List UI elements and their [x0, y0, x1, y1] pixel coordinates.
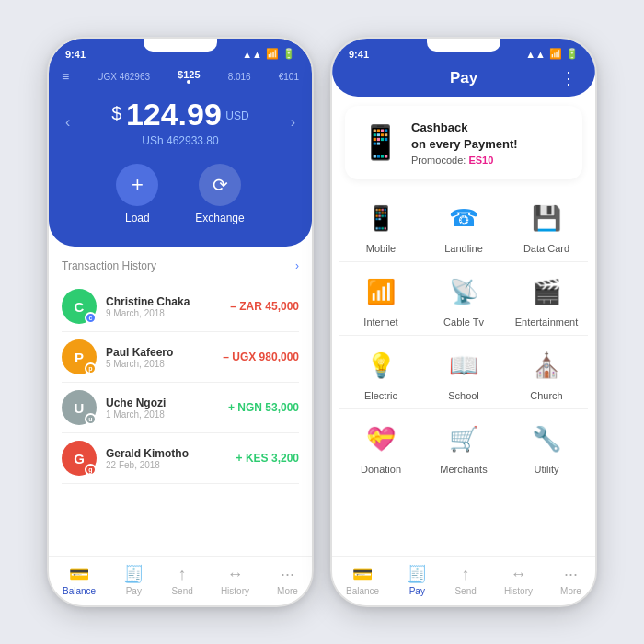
table-row[interactable]: G g Gerald Kimotho 22 Feb, 2018 + KES 3,…	[62, 433, 299, 484]
nav-balance[interactable]: 💳 Balance	[63, 564, 96, 596]
mobile-label: Mobile	[366, 243, 396, 254]
utility-icon: 🔧	[526, 419, 567, 459]
page-title: Pay	[450, 69, 477, 87]
category-grid-wrapper: 📱 Mobile ☎ Landline 💾 Data Card 📶 Intern…	[332, 189, 595, 556]
pay-title-bar: Pay ⋮	[332, 63, 595, 97]
utility-label: Utility	[535, 464, 559, 475]
table-row[interactable]: P p Paul Kafeero 5 March, 2018 – UGX 980…	[62, 332, 299, 383]
currency-symbol: $	[111, 103, 121, 123]
category-landline[interactable]: ☎ Landline	[422, 189, 505, 261]
balance-nav-icon: 💳	[69, 564, 89, 584]
landline-icon: ☎	[443, 198, 484, 238]
church-icon: ⛪	[526, 345, 567, 385]
txn-name: Gerald Kimotho	[106, 447, 227, 460]
category-school[interactable]: 📖 School	[422, 336, 505, 408]
category-merchants[interactable]: 🛒 Merchants	[422, 409, 505, 482]
category-datacard[interactable]: 💾 Data Card	[505, 189, 588, 261]
balance-header: 9:41 ▲▲ 📶 🔋 ≡ UGX 462963 $125 8.016 €	[49, 39, 312, 247]
category-utility[interactable]: 🔧 Utility	[505, 409, 588, 482]
load-icon: +	[116, 164, 158, 206]
category-row-1: 📱 Mobile ☎ Landline 💾 Data Card	[339, 189, 588, 262]
txn-amount: + KES 3,200	[236, 452, 299, 465]
signal-icon-2: ▲▲	[525, 49, 546, 60]
nav-pay-2[interactable]: 🧾 Pay	[407, 564, 427, 596]
school-icon: 📖	[443, 345, 484, 385]
prev-arrow[interactable]: ‹	[65, 114, 70, 131]
signal-icon: ▲▲	[242, 49, 262, 60]
category-donation[interactable]: 💝 Donation	[339, 409, 422, 482]
landline-label: Landline	[444, 243, 483, 254]
status-time: 9:41	[65, 49, 86, 60]
internet-label: Internet	[363, 316, 397, 328]
more-nav-icon: ···	[281, 565, 294, 584]
tab-eur[interactable]: €101	[279, 72, 299, 82]
balance-nav-icon-2: 💳	[352, 564, 373, 584]
txn-date: 5 March, 2018	[106, 359, 213, 369]
avatar: U u	[62, 390, 97, 425]
bottom-nav-2: 💳 Balance 🧾 Pay ↑ Send ↔ History ··· Mor…	[332, 556, 595, 605]
avatar-badge: c	[85, 312, 97, 324]
tab-usd[interactable]: $125	[178, 69, 200, 84]
table-row[interactable]: C c Christine Chaka 9 March, 2018 – ZAR …	[62, 282, 299, 332]
avatar: G g	[62, 441, 97, 476]
balance-display: ‹ $ 124.99 USD USh 462933.80 ›	[49, 87, 312, 147]
nav-balance-label-2: Balance	[346, 586, 379, 596]
table-row[interactable]: U u Uche Ngozi 1 March, 2018 + NGN 53,00…	[62, 383, 299, 433]
status-time-2: 9:41	[349, 49, 369, 60]
nav-more-label: More	[277, 586, 298, 596]
cashback-banner[interactable]: 📱 Cashback on every Payment! Promocode: …	[345, 106, 582, 179]
pay-nav-icon: 🧾	[123, 564, 144, 584]
nav-pay-label: Pay	[126, 586, 142, 596]
category-entertainment[interactable]: 🎬 Entertainment	[505, 262, 588, 335]
balance-arrows: ‹ $ 124.99 USD USh 462933.80 ›	[49, 97, 312, 147]
nav-history[interactable]: ↔ History	[221, 565, 249, 596]
exchange-button[interactable]: ⟳ Exchange	[195, 164, 244, 224]
promo-info: Promocode: ES10	[411, 155, 518, 166]
txn-date: 1 March, 2018	[106, 409, 219, 420]
promo-code: ES10	[468, 155, 493, 166]
nav-history-2[interactable]: ↔ History	[504, 565, 533, 596]
txn-header: Transaction History ›	[62, 259, 299, 272]
phone-pay: 9:41 ▲▲ 📶 🔋 Pay ⋮ 📱 Cashback on every Pa…	[330, 37, 597, 607]
category-cabletv[interactable]: 📡 Cable Tv	[422, 262, 505, 335]
bottom-nav-1: 💳 Balance 🧾 Pay ↑ Send ↔ History ··· Mor…	[49, 556, 312, 605]
category-electric[interactable]: 💡 Electric	[339, 336, 422, 408]
nav-send-2[interactable]: ↑ Send	[454, 565, 476, 596]
nav-pay-label-2: Pay	[409, 586, 425, 596]
more-options-icon[interactable]: ⋮	[560, 68, 579, 88]
nav-more-2[interactable]: ··· More	[560, 565, 581, 596]
category-church[interactable]: ⛪ Church	[505, 336, 588, 408]
category-internet[interactable]: 📶 Internet	[339, 262, 422, 335]
nav-history-label: History	[221, 586, 249, 596]
nav-more[interactable]: ··· More	[277, 565, 298, 596]
nav-balance-2[interactable]: 💳 Balance	[346, 564, 379, 596]
avatar-badge: g	[85, 464, 97, 476]
datacard-label: Data Card	[523, 243, 569, 254]
merchants-icon: 🛒	[443, 419, 484, 459]
category-mobile[interactable]: 📱 Mobile	[339, 189, 422, 261]
nav-send-label-2: Send	[454, 586, 476, 596]
church-label: Church	[530, 390, 562, 401]
tab-ugx[interactable]: UGX 462963	[97, 72, 150, 82]
balance-amount: $ 124.99 USD USh 462933.80	[111, 97, 248, 147]
nav-pay[interactable]: 🧾 Pay	[123, 564, 144, 596]
tab-btc[interactable]: 8.016	[228, 72, 251, 82]
txn-info: Paul Kafeero 5 March, 2018	[106, 346, 213, 369]
load-button[interactable]: + Load	[116, 164, 158, 224]
nav-send[interactable]: ↑ Send	[171, 565, 192, 596]
txn-title: Transaction History	[62, 259, 156, 272]
txn-amount: + NGN 53,000	[228, 401, 299, 414]
txn-more[interactable]: ›	[295, 259, 299, 272]
status-icons-2: ▲▲ 📶 🔋	[525, 48, 579, 60]
txn-amount: – UGX 980,000	[223, 351, 299, 363]
send-nav-icon-2: ↑	[462, 565, 470, 584]
category-row-3: 💡 Electric 📖 School ⛪ Church	[339, 336, 588, 409]
next-arrow[interactable]: ›	[291, 114, 295, 131]
donation-icon: 💝	[361, 419, 401, 459]
txn-name: Christine Chaka	[106, 295, 221, 308]
filter-icon[interactable]: ≡	[62, 69, 69, 84]
phone-hand-icon: 📱	[356, 115, 404, 170]
electric-icon: 💡	[361, 345, 401, 385]
exchange-label: Exchange	[195, 212, 244, 224]
unit-label: USD	[225, 109, 248, 122]
